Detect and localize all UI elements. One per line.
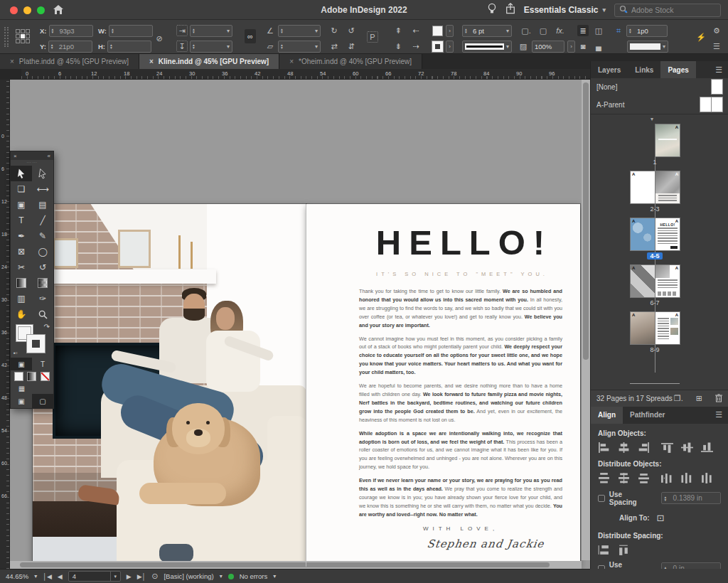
direct-selection-tool[interactable]: [32, 166, 53, 181]
apply-none-button[interactable]: [41, 372, 50, 381]
preflight-icon[interactable]: ⊙: [151, 572, 158, 581]
search-input[interactable]: [631, 6, 710, 14]
chevron-down-icon[interactable]: ▾: [34, 573, 37, 579]
horizontal-ruler[interactable]: 06121824303642485460667278849096: [0, 69, 590, 80]
tab-plathe[interactable]: × Plathe.indd @ 45% [GPU Preview]: [0, 54, 139, 69]
scale-y-stepper[interactable]: ▴▾: [193, 43, 198, 49]
stroke-swatch[interactable]: [27, 335, 45, 353]
shear-field[interactable]: ▴▾ ▾: [278, 41, 321, 53]
use-spacing-checkbox[interactable]: [598, 495, 605, 502]
pen-tool[interactable]: ✒: [11, 228, 32, 244]
align-bottom-button[interactable]: [701, 442, 713, 453]
rotation-stepper[interactable]: ▴▾: [281, 28, 287, 33]
y-field[interactable]: ▴▾ 21p0: [48, 41, 92, 53]
page-number-field[interactable]: 4 ▾: [68, 571, 121, 582]
page-thumb-7[interactable]: A: [655, 265, 680, 297]
align-left-button[interactable]: [598, 442, 610, 453]
page-thumb-3[interactable]: A: [655, 171, 680, 203]
align-top-button[interactable]: [661, 442, 673, 453]
distribute-vertical-space-button[interactable]: [598, 545, 610, 555]
tab-pages[interactable]: Pages: [660, 61, 695, 78]
page-4-photo[interactable]: [33, 204, 306, 567]
no-text-wrap-icon[interactable]: ≣: [577, 25, 589, 36]
first-page-button[interactable]: │◀: [43, 573, 52, 580]
close-icon[interactable]: ×: [289, 58, 294, 65]
adobe-stock-search[interactable]: [614, 4, 721, 17]
flip-horizontal-icon[interactable]: ⇄: [328, 41, 340, 52]
scissors-tool[interactable]: ✂: [11, 260, 32, 275]
distribute-top-button[interactable]: [598, 473, 610, 483]
page-thumb-9[interactable]: A: [655, 312, 680, 344]
note-tool[interactable]: ▥: [11, 291, 32, 306]
page-thumb-6[interactable]: A: [631, 265, 655, 297]
view-options-icon[interactable]: ▦: [11, 383, 33, 394]
stroke-weight-field[interactable]: ▴▾ 6 pt ▾: [462, 25, 512, 37]
h-field[interactable]: ▴▾: [107, 41, 151, 53]
last-page-button[interactable]: ▶│: [137, 573, 146, 580]
spread-label-1[interactable]: 1: [591, 159, 719, 166]
pages-list[interactable]: ▾ A 1 A A 2-3 A A HELLO!: [591, 114, 728, 390]
opacity-field[interactable]: 100%: [532, 41, 564, 53]
stroke-color-swatch[interactable]: [432, 41, 443, 52]
rotation-field[interactable]: ▴▾ ▾: [278, 25, 321, 37]
tab-links[interactable]: Links: [628, 61, 660, 78]
line-tool[interactable]: ╱: [32, 213, 53, 228]
corner-shape-icon[interactable]: ▢: [537, 25, 549, 36]
tab-kline-active[interactable]: × Kline.indd @ 45% [GPU Preview]: [139, 54, 279, 69]
stroke-type-dropdown[interactable]: ▾: [462, 41, 512, 53]
page-thumb-5[interactable]: A HELLO!: [655, 218, 680, 250]
close-icon[interactable]: ×: [14, 153, 17, 159]
fill-frame-icon[interactable]: ⇢: [410, 41, 422, 52]
close-icon[interactable]: ×: [10, 58, 14, 65]
apply-gradient-button[interactable]: [27, 372, 36, 381]
distribute-left-button[interactable]: [661, 473, 673, 483]
collapse-icon[interactable]: «: [48, 153, 50, 159]
gpu-performance-icon[interactable]: ⚡: [695, 31, 707, 43]
apply-color-button[interactable]: [14, 372, 23, 381]
gear-icon[interactable]: ⚙: [711, 25, 722, 36]
h-stepper[interactable]: ▴▾: [110, 43, 116, 49]
spread-label-2-3[interactable]: 2-3: [591, 205, 719, 213]
tab-align[interactable]: Align: [591, 407, 623, 424]
zoom-level[interactable]: 44.65%: [6, 572, 28, 580]
align-to-selector-icon[interactable]: ⊡: [657, 513, 665, 523]
scale-x-stepper[interactable]: ▴▾: [193, 28, 198, 33]
hand-tool[interactable]: ✋: [11, 306, 32, 322]
corner-options-icon[interactable]: ▢.: [520, 25, 532, 36]
parent-page-none[interactable]: [None]: [591, 78, 728, 96]
page-thumb-4[interactable]: A: [631, 218, 655, 250]
w-stepper[interactable]: ▴▾: [112, 28, 117, 33]
document-canvas[interactable]: 06121824303642485460667278849096 0612182…: [0, 69, 590, 569]
type-tool[interactable]: T: [11, 213, 32, 228]
new-page-icon[interactable]: ⊞: [696, 394, 702, 403]
fill-color-swatch[interactable]: [432, 26, 443, 36]
next-page-button[interactable]: ▶: [127, 573, 132, 580]
spread-label-8-9[interactable]: 8-9: [591, 346, 719, 353]
share-icon[interactable]: [505, 3, 515, 17]
chevron-down-icon[interactable]: ▾: [110, 572, 120, 581]
fit-content-icon[interactable]: ⇞: [392, 25, 404, 36]
learn-lightbulb-icon[interactable]: [487, 3, 497, 18]
horizontal-scrollbar-thumb[interactable]: [20, 562, 550, 567]
leading-field[interactable]: ▴▾ 1p0: [626, 25, 668, 37]
page-5-text[interactable]: HELLO! IT'S SO NICE TO "MEET" YOU. Thank…: [306, 204, 580, 567]
vertical-scrollbar[interactable]: [582, 80, 590, 560]
distribute-vertical-center-button[interactable]: [618, 473, 630, 483]
panel-menu-icon[interactable]: ☰: [711, 41, 722, 52]
edit-spread-icon[interactable]: ❐.: [674, 394, 683, 403]
x-field[interactable]: ▴▾ 93p3: [49, 25, 93, 37]
default-fill-stroke-icon[interactable]: ▪▫: [14, 350, 18, 356]
screen-mode-preview[interactable]: ▢: [32, 394, 53, 408]
page-thumb-1[interactable]: A: [655, 124, 680, 156]
spread-label-4-5-selected[interactable]: 4-5: [591, 252, 719, 260]
rotate-ccw-icon[interactable]: ↺: [346, 25, 357, 36]
align-vertical-center-button[interactable]: [681, 442, 693, 453]
delete-page-icon[interactable]: [715, 394, 722, 404]
rectangle-frame-tool[interactable]: ⊠: [11, 244, 32, 260]
swap-fill-stroke-icon[interactable]: ↷: [44, 323, 50, 331]
select-container-icon[interactable]: P: [367, 31, 378, 43]
gradient-feather-tool[interactable]: [32, 275, 53, 291]
center-content-icon[interactable]: ⇟: [392, 41, 404, 52]
workspace-switcher[interactable]: Essentials Classic ▾: [524, 5, 606, 15]
reference-point-proxy[interactable]: [16, 29, 30, 43]
